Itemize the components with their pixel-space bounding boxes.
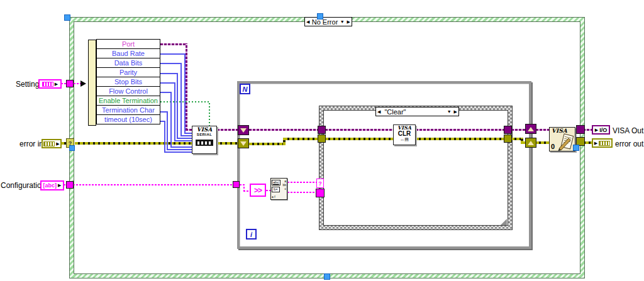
case-prev-icon[interactable]: ◀ [376, 107, 382, 116]
visa-out-terminal[interactable]: ▶ I/O [592, 125, 610, 135]
wire-configuration-a[interactable] [64, 184, 245, 185]
scan-icon-abc: abc [272, 180, 280, 185]
tunnel-inner-visa-right[interactable] [504, 126, 512, 134]
wire-error-b[interactable] [75, 142, 192, 145]
inner-case-selector[interactable]: ◀ "Clear" ▼ ▶ [375, 107, 459, 116]
shift-register-visa-left[interactable] [238, 125, 249, 135]
unbundle-field-baud-rate[interactable]: Baud Rate [96, 48, 160, 58]
case-dropdown-icon[interactable]: ▼ [339, 17, 346, 26]
wire-stop-bits-c[interactable] [174, 140, 192, 141]
wire-port-b[interactable] [186, 43, 187, 131]
settings-terminal[interactable]: ▶ [38, 79, 62, 89]
wire-visa-g[interactable] [536, 129, 550, 131]
wire-scan-to-selector[interactable] [287, 182, 317, 183]
unbundle-field-port[interactable]: Port [96, 39, 160, 49]
visa-close-node[interactable]: VISA 0 [549, 127, 575, 152]
wire-stop-bits-a[interactable] [160, 82, 175, 84]
wire-visa-e[interactable] [416, 129, 504, 131]
wire-timeout-c[interactable] [164, 152, 192, 153]
wire-data-bits-a[interactable] [160, 63, 182, 64]
wire-parity-b[interactable] [177, 73, 178, 139]
wire-visa-c[interactable] [249, 129, 318, 131]
unbundle-field-parity[interactable]: Parity [96, 67, 160, 77]
outer-case-selector-text: No Error [311, 18, 338, 26]
wire-baud-rate-b[interactable] [184, 53, 186, 134]
configuration-terminal[interactable]: [abc] ▶ [40, 180, 64, 190]
wire-error-f[interactable] [284, 138, 318, 140]
index-node[interactable]: >> [250, 184, 266, 197]
tunnel-configuration[interactable] [66, 181, 74, 189]
unbundle-field-data-bits[interactable]: Data Bits [96, 58, 160, 68]
visa-clear-node[interactable]: VISA CLR ↔▤ [393, 124, 416, 145]
tunnel-inner-error-left[interactable] [318, 135, 326, 143]
wire-baud-rate-a[interactable] [160, 53, 186, 55]
case-next-icon[interactable]: ▶ [346, 17, 352, 26]
wire-error-d[interactable] [249, 143, 284, 145]
loop-iteration-terminal[interactable]: i [246, 229, 257, 240]
tunnel-settings[interactable] [66, 80, 74, 87]
wire-parity-a[interactable] [160, 73, 178, 74]
wire-error-c[interactable] [217, 142, 239, 145]
wire-timeout-b[interactable] [164, 121, 165, 153]
wire-enable-termination-b[interactable] [209, 101, 210, 126]
wire-termination-char-b[interactable] [167, 111, 168, 150]
unbundle-field-stop-bits[interactable]: Stop Bits [96, 77, 160, 87]
selection-handle-left[interactable] [69, 145, 75, 151]
unbundle-field-termination-char[interactable]: Termination Char [96, 105, 160, 115]
inner-case-resize-corner[interactable] [501, 219, 507, 225]
case-prev-icon[interactable]: ◀ [305, 17, 311, 26]
selection-handle-top-left[interactable] [64, 14, 70, 21]
wire-visa-f[interactable] [511, 129, 526, 131]
wire-visa-b[interactable] [217, 129, 239, 131]
input-arrow-icon: ▶ [594, 141, 597, 146]
loop-count-terminal[interactable]: N [240, 84, 250, 94]
error-in-terminal[interactable]: ▶ [42, 139, 62, 148]
selection-handle-bottom-center[interactable] [324, 273, 330, 280]
tunnel-inner-error-right[interactable] [504, 135, 512, 143]
output-arrow-icon: ▶ [55, 82, 58, 87]
wire-termination-char-c[interactable] [167, 149, 192, 150]
wire-scan-to-tunnel[interactable] [287, 192, 316, 193]
wire-parity-c[interactable] [177, 138, 192, 139]
visa-close-count: 0 [551, 143, 555, 150]
tunnel-inner-string[interactable] [316, 189, 325, 197]
case-next-icon[interactable]: ▶ [453, 107, 458, 116]
dip-switch-icon [196, 140, 213, 146]
output-arrow-icon: ▶ [56, 141, 59, 146]
wire-flow-control-c[interactable] [170, 146, 192, 148]
shift-register-visa-right[interactable] [525, 124, 536, 134]
inner-case-selector-terminal[interactable]: ? [316, 179, 324, 188]
inner-case-structure[interactable] [319, 106, 513, 230]
shift-register-up-icon [528, 141, 534, 145]
visa-configure-serial-node[interactable]: VISA SERIAL [192, 126, 217, 154]
tunnel-inner-visa-left[interactable] [318, 126, 326, 134]
error-out-terminal[interactable]: ▶ [592, 138, 613, 148]
shift-register-error-right[interactable] [525, 138, 536, 148]
wire-data-bits-b[interactable] [180, 63, 182, 136]
wire-visa-a[interactable] [186, 129, 192, 131]
wire-flow-control-b[interactable] [170, 92, 172, 148]
wire-error-g[interactable] [325, 138, 394, 140]
case-dropdown-icon[interactable]: ▼ [446, 107, 453, 116]
wire-baud-rate-c[interactable] [184, 133, 192, 134]
scan-from-string-node[interactable]: abc b× abbc a f [270, 178, 287, 200]
tunnel-loop-configuration[interactable] [233, 181, 240, 188]
wire-port-a[interactable] [160, 43, 187, 45]
wire-stop-bits-b[interactable] [174, 82, 175, 141]
wire-error-l[interactable] [536, 141, 550, 144]
wire-data-bits-c[interactable] [180, 135, 192, 136]
selection-handle-right[interactable] [573, 145, 579, 151]
unbundle-field-enable-termination[interactable]: Enable Termination [96, 96, 160, 106]
selection-handle-top-center[interactable] [317, 13, 323, 19]
scan-icon-side: abbc [282, 179, 286, 190]
wire-error-h[interactable] [416, 138, 504, 140]
shift-register-down-icon [240, 141, 247, 146]
cluster-glyph-icon [43, 141, 55, 146]
outer-case-selector[interactable]: ◀ No Error ▼ ▶ [304, 17, 352, 26]
output-arrow-icon: ▶ [58, 183, 61, 188]
unbundle-field-flow-control[interactable]: Flow Control [96, 86, 160, 96]
shift-register-error-left[interactable] [238, 138, 249, 148]
unbundle-field-timeout-10sec-[interactable]: timeout (10sec) [96, 114, 160, 124]
tunnel-visa-out[interactable] [576, 125, 585, 134]
wire-visa-d[interactable] [325, 129, 394, 131]
